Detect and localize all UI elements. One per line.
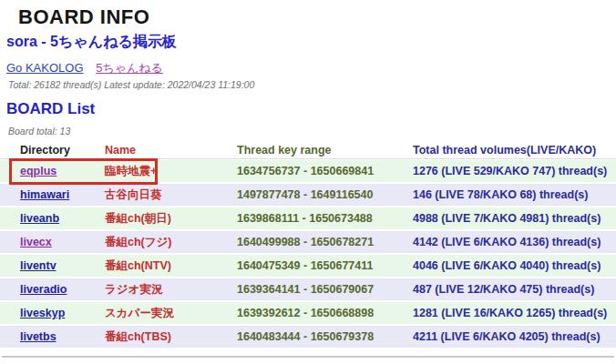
thread-key-range-cell: 1634756737 - 1650669841 [237, 160, 413, 182]
thread-key-range-cell: 1497877478 - 1649116540 [237, 184, 413, 206]
total-threads-line: Total: 26182 thread(s) Latest update: 20… [8, 79, 254, 90]
board-name-cell: 番組ch(NTV) [105, 255, 237, 277]
page-title: BOARD INFO [18, 5, 149, 29]
table-row: himawari 古谷向日葵 1497877478 - 1649116540 1… [0, 184, 616, 206]
thread-key-range-cell: 1640483444 - 1650679378 [237, 326, 413, 348]
directory-cell: liveradio [0, 278, 105, 300]
thread-volumes-cell: 1281 (LIVE 16/KAKO 1265) thread(s) [413, 302, 616, 324]
top-links: Go KAKOLOG 5ちゃんねる [6, 60, 163, 76]
thread-volumes-cell: 4211 (LIVE 6/KAKO 4205) thread(s) [413, 326, 616, 348]
thread-key-range-cell: 1639364141 - 1650679067 [237, 278, 413, 300]
board-name-cell: 古谷向日葵 [105, 184, 237, 206]
board-subtitle: sora - 5ちゃんねる掲示板 [6, 33, 177, 52]
directory-cell: liveskyp [0, 302, 105, 324]
table-row: eqplus 臨時地震+ 1634756737 - 1650669841 127… [0, 160, 616, 182]
directory-link[interactable]: livecx [20, 236, 52, 248]
directory-link[interactable]: livetbs [20, 330, 56, 343]
board-name-cell: スカパー実況 [105, 302, 237, 324]
board-name-cell: ラジオ実況 [105, 278, 237, 300]
board-name-cell: 番組ch(TBS) [105, 326, 237, 348]
directory-cell: liventv [0, 255, 105, 277]
board-table: Directory Name Thread key range Total th… [0, 141, 616, 349]
board-name-cell: 番組ch(朝日) [105, 207, 237, 229]
go-kakolog-link[interactable]: Go KAKOLOG [6, 61, 84, 75]
bottom-divider [2, 356, 614, 358]
table-header-directory: Directory [0, 141, 105, 158]
thread-volumes-cell: 487 (LIVE 12/KAKO 475) thread(s) [413, 278, 616, 300]
thread-volumes-cell: 146 (LIVE 78/KAKO 68) thread(s) [413, 184, 616, 206]
directory-cell: livetbs [0, 326, 105, 348]
board-list-title: BOARD List [6, 100, 95, 118]
thread-volumes-cell: 4142 (LIVE 6/KAKO 4136) thread(s) [413, 231, 616, 253]
thread-key-range-cell: 1640499988 - 1650678271 [237, 231, 413, 253]
board-name-cell: 臨時地震+ [105, 160, 237, 182]
board-name-cell: 番組ch(フジ) [105, 231, 237, 253]
directory-link[interactable]: himawari [20, 188, 69, 201]
directory-cell: himawari [0, 184, 105, 206]
thread-volumes-cell: 1276 (LIVE 529/KAKO 747) thread(s) [413, 160, 616, 182]
directory-cell: eqplus [0, 160, 105, 182]
fivech-link[interactable]: 5ちゃんねる [96, 61, 163, 75]
table-row: liveanb 番組ch(朝日) 1639868111 - 1650673488… [0, 207, 616, 229]
thread-key-range-cell: 1640475349 - 1650677411 [237, 255, 413, 277]
directory-link[interactable]: liveradio [20, 283, 67, 296]
directory-link[interactable]: eqplus [20, 165, 56, 177]
thread-volumes-cell: 4988 (LIVE 7/KAKO 4981) thread(s) [413, 207, 616, 229]
table-header-row: Directory Name Thread key range Total th… [0, 141, 616, 159]
table-row: liveskyp スカパー実況 1639392612 - 1650668898 … [0, 302, 616, 324]
thread-volumes-cell: 4046 (LIVE 6/KAKO 4040) thread(s) [413, 255, 616, 277]
table-row: livecx 番組ch(フジ) 1640499988 - 1650678271 … [0, 231, 616, 253]
table-body: eqplus 臨時地震+ 1634756737 - 1650669841 127… [0, 160, 616, 348]
table-header-thread-volumes: Total thread volumes(LIVE/KAKO) [413, 141, 616, 158]
directory-link[interactable]: liventv [20, 259, 56, 272]
table-row: livetbs 番組ch(TBS) 1640483444 - 165067937… [0, 326, 616, 348]
table-header-name: Name [105, 141, 237, 158]
table-row: liveradio ラジオ実況 1639364141 - 1650679067 … [0, 278, 616, 300]
thread-key-range-cell: 1639868111 - 1650673488 [237, 207, 413, 229]
table-row: liventv 番組ch(NTV) 1640475349 - 165067741… [0, 255, 616, 277]
directory-link[interactable]: liveskyp [20, 307, 65, 319]
directory-link[interactable]: liveanb [20, 212, 59, 225]
board-total-line: Board total: 13 [8, 126, 70, 136]
table-header-thread-key-range: Thread key range [237, 141, 413, 158]
directory-cell: liveanb [0, 207, 105, 229]
thread-key-range-cell: 1639392612 - 1650668898 [237, 302, 413, 324]
directory-cell: livecx [0, 231, 105, 253]
